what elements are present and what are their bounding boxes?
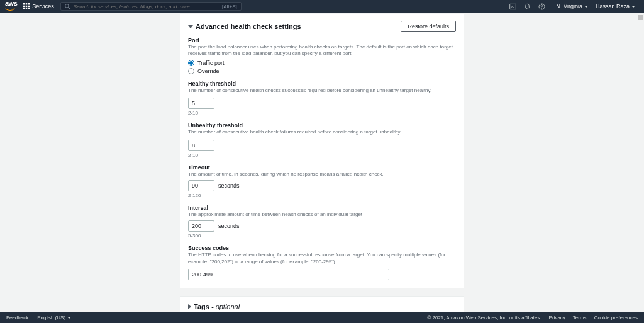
radio-icon[interactable] <box>188 68 194 74</box>
svg-rect-3 <box>23 6 25 8</box>
svg-rect-8 <box>28 8 30 10</box>
svg-rect-6 <box>23 8 25 10</box>
unhealthy-label: Unhealthy threshold <box>188 122 456 128</box>
svg-line-10 <box>68 7 70 9</box>
timeout-field: Timeout The amount of time, in seconds, … <box>188 164 456 198</box>
cookie-preferences-link[interactable]: Cookie preferences <box>594 315 638 320</box>
override-label: Override <box>197 68 219 74</box>
services-label: Services <box>32 3 54 9</box>
svg-point-9 <box>65 4 69 8</box>
panel-title-text: Advanced health check settings <box>196 23 301 30</box>
interval-label: Interval <box>188 205 456 211</box>
caret-down-icon <box>584 6 588 8</box>
svg-rect-11 <box>509 4 516 9</box>
port-label: Port <box>188 37 456 43</box>
unhealthy-desc: The number of consecutive health check f… <box>188 129 456 135</box>
success-desc: The HTTP codes to use when checking for … <box>188 252 456 265</box>
terms-link[interactable]: Terms <box>573 315 587 320</box>
aws-logo-text: aws <box>5 0 17 7</box>
interval-desc: The approximate amount of time between h… <box>188 212 456 218</box>
search-input[interactable] <box>74 4 222 9</box>
unhealthy-threshold-field: Unhealthy threshold The number of consec… <box>188 122 456 157</box>
timeout-input[interactable] <box>188 180 214 191</box>
interval-hint: 5-300 <box>188 233 456 239</box>
interval-field: Interval The approximate amount of time … <box>188 205 456 239</box>
interval-unit: seconds <box>218 223 240 229</box>
timeout-desc: The amount of time, in seconds, during w… <box>188 171 456 178</box>
port-radio-override[interactable]: Override <box>188 68 456 74</box>
search-wrap[interactable]: [Alt+S] <box>60 2 242 11</box>
interval-input[interactable] <box>188 220 214 232</box>
svg-rect-0 <box>23 3 25 5</box>
region-label: N. Virginia <box>557 3 582 9</box>
advanced-health-check-panel: Advanced health check settings Restore d… <box>180 14 464 288</box>
user-menu[interactable]: Hassan Raza <box>592 3 639 9</box>
port-radio-traffic[interactable]: Traffic port <box>188 60 456 66</box>
svg-point-14 <box>541 8 542 8</box>
aws-logo[interactable]: aws <box>5 0 17 13</box>
svg-rect-2 <box>28 3 30 5</box>
top-nav: aws Services [Alt+S] N. Virginia Hassan … <box>0 0 644 13</box>
timeout-unit: seconds <box>218 183 240 189</box>
healthy-label: Healthy threshold <box>188 81 456 87</box>
expander-icon[interactable] <box>188 25 193 28</box>
timeout-hint: 2-120 <box>188 193 456 198</box>
unhealthy-threshold-input[interactable] <box>188 140 214 151</box>
aws-smile-icon <box>5 8 15 12</box>
content: Advanced health check settings Restore d… <box>0 13 644 312</box>
help-icon[interactable] <box>538 3 545 10</box>
expander-icon[interactable] <box>188 304 191 309</box>
svg-rect-7 <box>26 8 28 10</box>
success-label: Success codes <box>188 245 456 251</box>
healthy-desc: The number of consecutive health checks … <box>188 88 456 94</box>
success-codes-field: Success codes The HTTP codes to use when… <box>188 245 456 280</box>
services-button[interactable]: Services <box>23 3 54 9</box>
healthy-threshold-field: Healthy threshold The number of consecut… <box>188 81 456 116</box>
search-hint: [Alt+S] <box>222 4 237 9</box>
language-label: English (US) <box>37 315 65 320</box>
footer: Feedback English (US) © 2021, Amazon Web… <box>0 312 644 323</box>
footer-copyright: © 2021, Amazon Web Services, Inc. or its… <box>427 315 541 320</box>
tags-title-row: Tags - optional <box>188 303 456 310</box>
tags-optional: - optional <box>209 303 240 310</box>
cloudshell-icon[interactable] <box>509 3 516 10</box>
svg-rect-1 <box>26 3 28 5</box>
unhealthy-hint: 2-10 <box>188 152 456 158</box>
caret-down-icon <box>67 317 71 319</box>
traffic-port-label: Traffic port <box>197 60 225 66</box>
privacy-link[interactable]: Privacy <box>549 315 565 320</box>
svg-rect-4 <box>26 6 28 8</box>
tags-panel: Tags - optional Consider adding tags to … <box>180 296 464 312</box>
radio-icon[interactable] <box>188 60 194 66</box>
timeout-label: Timeout <box>188 164 456 171</box>
success-codes-input[interactable] <box>188 269 389 280</box>
caret-down-icon <box>631 6 635 8</box>
healthy-threshold-input[interactable] <box>188 98 214 109</box>
port-field: Port The port the load balancer uses whe… <box>188 37 456 74</box>
panel-title: Advanced health check settings <box>188 23 301 30</box>
bell-icon[interactable] <box>524 3 531 10</box>
tags-title: Tags <box>194 303 209 310</box>
port-desc: The port the load balancer uses when per… <box>188 44 456 57</box>
restore-defaults-button[interactable]: Restore defaults <box>401 21 456 32</box>
user-label: Hassan Raza <box>596 3 630 9</box>
feedback-link[interactable]: Feedback <box>6 315 28 320</box>
grid-icon <box>23 3 30 9</box>
language-selector[interactable]: English (US) <box>37 315 71 320</box>
region-selector[interactable]: N. Virginia <box>553 3 592 9</box>
search-icon <box>65 4 70 9</box>
healthy-hint: 2-10 <box>188 110 456 116</box>
svg-rect-5 <box>28 6 30 8</box>
